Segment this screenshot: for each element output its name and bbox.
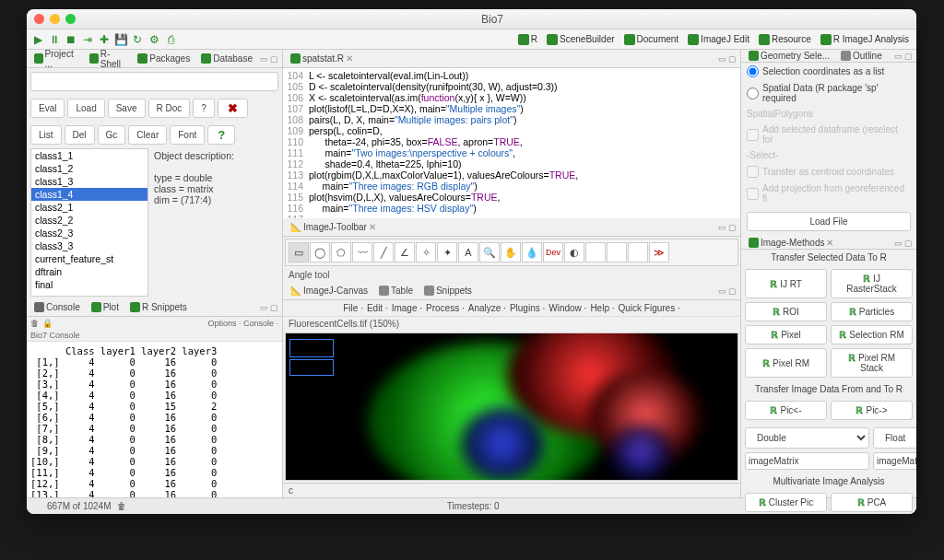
method-button[interactable]: ℝPixel RM bbox=[745, 348, 827, 378]
menu-item[interactable]: Process · bbox=[426, 303, 465, 313]
help-button[interactable]: ? bbox=[193, 99, 215, 118]
empty-tool-2[interactable] bbox=[607, 242, 627, 262]
run-icon[interactable]: ▶ bbox=[30, 32, 45, 47]
tab-ij-canvas[interactable]: 📐 ImageJ-Canvas bbox=[287, 285, 372, 297]
empty-tool-1[interactable] bbox=[585, 242, 606, 262]
image-matrix-input-2[interactable] bbox=[873, 452, 916, 470]
list-item[interactable]: final bbox=[31, 278, 148, 291]
tab-packages[interactable]: Packages bbox=[134, 52, 194, 64]
minimize-editor-icon[interactable]: ▭ bbox=[718, 54, 726, 64]
dropper-tool-icon[interactable]: 💧 bbox=[522, 242, 542, 262]
method-button[interactable]: ℝIJ RasterStack bbox=[831, 269, 913, 298]
code-editor[interactable]: 104L <- scaletointerval(eval.im(Lin-Lout… bbox=[283, 68, 740, 218]
tab-plot[interactable]: Plot bbox=[88, 301, 123, 313]
console-lock-icon[interactable]: 🔒 bbox=[42, 319, 53, 328]
load-file-button[interactable]: Load File bbox=[747, 212, 911, 231]
gc-icon[interactable]: 🗑 bbox=[117, 501, 126, 511]
menu-item[interactable]: File · bbox=[343, 303, 363, 313]
step-icon[interactable]: ⇥ bbox=[80, 32, 95, 47]
search-input[interactable] bbox=[30, 72, 278, 91]
print-icon[interactable]: ⎙ bbox=[163, 32, 178, 47]
minimize-view-icon[interactable]: ▭ bbox=[260, 54, 268, 64]
list-item[interactable]: class1_2 bbox=[31, 162, 148, 175]
menu-item[interactable]: Image · bbox=[392, 303, 422, 313]
tab-project[interactable]: Project ... bbox=[30, 48, 82, 70]
eval-button[interactable]: Eval bbox=[30, 99, 65, 118]
menu-item[interactable]: Plugins · bbox=[510, 303, 545, 313]
image-canvas[interactable] bbox=[285, 332, 738, 481]
minimize-icon[interactable] bbox=[50, 14, 60, 24]
perspective-tab[interactable]: ImageJ Edit bbox=[684, 33, 753, 46]
polygon-tool-icon[interactable]: ⬠ bbox=[331, 242, 351, 262]
method-button[interactable]: ℝPic-> bbox=[831, 401, 913, 420]
method-button[interactable]: ℝROI bbox=[745, 302, 827, 321]
gc-button[interactable]: Gc bbox=[98, 125, 126, 145]
dtype-select-1[interactable]: Double bbox=[745, 427, 869, 449]
perspective-tab[interactable]: Document bbox=[620, 33, 683, 46]
list-item[interactable]: class3_3 bbox=[31, 239, 148, 252]
zoom-icon[interactable] bbox=[65, 14, 76, 24]
image-matrix-input-1[interactable] bbox=[745, 452, 869, 470]
console-clear-icon[interactable]: 🗑 bbox=[30, 319, 39, 328]
refresh-icon[interactable]: ↻ bbox=[130, 32, 145, 47]
wand-tool-icon[interactable]: ✦ bbox=[437, 242, 457, 262]
dev-tool-icon[interactable]: Dev bbox=[543, 242, 563, 262]
point-tool-icon[interactable]: ✧ bbox=[416, 242, 436, 262]
perspective-tab[interactable]: Resource bbox=[755, 33, 815, 46]
list-item[interactable]: class2_3 bbox=[31, 227, 148, 239]
menu-item[interactable]: Edit · bbox=[367, 303, 388, 313]
maximize-console-icon[interactable]: ▢ bbox=[270, 303, 278, 312]
lut-tool-icon[interactable]: ◐ bbox=[564, 242, 584, 262]
list-item[interactable]: class1_4 bbox=[31, 188, 148, 201]
freehand-tool-icon[interactable]: 〰 bbox=[352, 242, 372, 262]
clear-button[interactable]: Clear bbox=[128, 125, 167, 145]
remove-button[interactable]: ✖ bbox=[218, 99, 248, 118]
tab-database[interactable]: Database bbox=[197, 52, 256, 64]
more-tools-icon[interactable]: ≫ bbox=[649, 242, 669, 262]
radio-spatial-data[interactable] bbox=[747, 88, 759, 99]
method-button[interactable]: ℝSelection RM bbox=[831, 325, 913, 344]
oval-tool-icon[interactable]: ◯ bbox=[310, 242, 330, 262]
list-item[interactable]: dftrain bbox=[31, 265, 148, 278]
rect-tool-icon[interactable]: ▭ bbox=[289, 242, 309, 262]
dtype-select-2[interactable]: Float bbox=[873, 427, 916, 449]
method-button[interactable]: ℝIJ RT bbox=[745, 269, 827, 298]
method-button[interactable]: ℝParticles bbox=[831, 302, 913, 321]
list-item[interactable]: current_feature_st bbox=[31, 252, 148, 265]
roi-rect-2[interactable] bbox=[289, 359, 334, 376]
console-output[interactable]: Class layer1 layer2 layer3 [1,] 4 0 16 0… bbox=[27, 342, 282, 497]
plus-icon[interactable]: ✚ bbox=[97, 32, 112, 47]
method-button[interactable]: ℝPixel bbox=[745, 325, 827, 344]
list-button[interactable]: List bbox=[30, 125, 62, 145]
close-tab-icon[interactable]: ✕ bbox=[346, 53, 353, 64]
help2-button[interactable]: ? bbox=[207, 125, 235, 145]
radio-coord-list[interactable] bbox=[747, 65, 759, 77]
hand-tool-icon[interactable]: ✋ bbox=[501, 242, 521, 262]
tab-r-shell[interactable]: R-Shell bbox=[86, 48, 130, 70]
save-button[interactable]: Save bbox=[108, 99, 146, 118]
menu-item[interactable]: Analyze · bbox=[468, 303, 506, 313]
minimize-console-icon[interactable]: ▭ bbox=[260, 303, 268, 312]
menu-item[interactable]: Help · bbox=[590, 303, 614, 313]
perspective-tab[interactable]: SceneBuilder bbox=[543, 33, 618, 46]
menu-item[interactable]: Quick Figures · bbox=[619, 303, 680, 313]
text-tool-icon[interactable]: A bbox=[458, 242, 478, 262]
save-icon[interactable]: 💾 bbox=[113, 32, 128, 47]
close-icon[interactable] bbox=[34, 14, 44, 24]
perspective-tab[interactable]: R bbox=[514, 33, 541, 46]
list-item[interactable]: class1_1 bbox=[31, 149, 148, 162]
tab-r-snippets[interactable]: R Snippets bbox=[126, 301, 191, 313]
maximize-editor-icon[interactable]: ▢ bbox=[728, 54, 737, 64]
tab-snippets[interactable]: Snippets bbox=[420, 285, 476, 297]
list-item[interactable]: class1_3 bbox=[31, 175, 148, 188]
list-item[interactable]: class2_1 bbox=[31, 201, 148, 214]
angle-tool-icon[interactable]: ∠ bbox=[395, 242, 415, 262]
tab-outline[interactable]: Outline bbox=[837, 50, 886, 62]
del-button[interactable]: Del bbox=[65, 125, 95, 145]
load-button[interactable]: Load bbox=[67, 99, 104, 118]
roi-rect-1[interactable] bbox=[289, 339, 334, 357]
tab-geometry-selection[interactable]: Geometry Sele... bbox=[745, 50, 833, 62]
tab-image-methods[interactable]: Image-Methods ✕ bbox=[745, 237, 837, 249]
variable-list[interactable]: class1_1class1_2class1_3class1_4class2_1… bbox=[30, 148, 148, 297]
list-item[interactable]: class2_2 bbox=[31, 214, 148, 227]
